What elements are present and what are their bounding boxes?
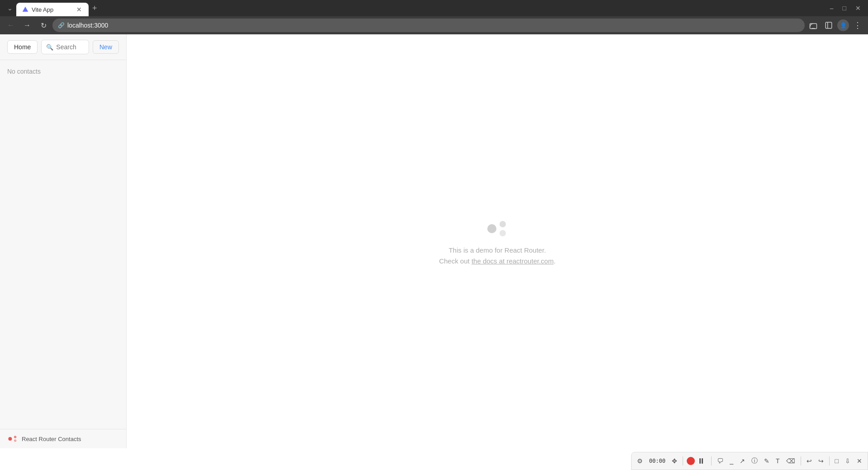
demo-line2-prefix: Check out: [439, 257, 472, 265]
profile-icon: 👤: [840, 22, 847, 28]
address-bar[interactable]: 🔗 localhost:3000: [52, 19, 805, 32]
footer-app-name: React Router Contacts: [22, 436, 81, 442]
svg-marker-0: [23, 7, 28, 12]
search-container[interactable]: 🔍: [41, 40, 89, 54]
footer-logo: [7, 435, 18, 443]
svg-point-7: [487, 224, 496, 233]
close-button[interactable]: ✕: [852, 3, 864, 14]
bottom-toolbar: ⚙ 00:00 ✥ 🗩 ⎯ ↗ ⓘ ✎ T ⌫ ↩ ↪ □ ⇩ ✕: [631, 452, 868, 470]
pencil-icon[interactable]: ✎: [762, 456, 771, 465]
svg-point-9: [500, 230, 506, 236]
tab-title: Vite App: [32, 6, 72, 13]
tab-close-button[interactable]: ✕: [75, 5, 83, 14]
back-button[interactable]: ←: [4, 18, 18, 33]
main-content: This is a demo for React Router. Check o…: [127, 34, 868, 448]
react-router-footer-logo: [7, 435, 18, 443]
divider-2: [711, 456, 712, 465]
cast-button[interactable]: [807, 19, 820, 32]
close-toolbar-button[interactable]: ✕: [855, 456, 864, 465]
home-button[interactable]: Home: [7, 40, 38, 54]
svg-point-8: [500, 221, 506, 227]
sidebar-footer: React Router Contacts: [0, 429, 126, 448]
url-display: localhost:3000: [67, 22, 799, 29]
active-tab[interactable]: Vite App ✕: [16, 3, 89, 16]
divider-4: [829, 456, 830, 465]
demo-line1: This is a demo for React Router.: [439, 245, 556, 256]
react-router-logo: [483, 216, 512, 238]
eraser-icon[interactable]: ⌫: [784, 456, 797, 465]
tab-list-icon[interactable]: ⌄: [4, 5, 16, 12]
demo-line2-suffix: .: [554, 257, 556, 265]
expand-icon[interactable]: □: [833, 456, 840, 465]
record-button[interactable]: [687, 457, 695, 465]
speech-bubble-icon[interactable]: 🗩: [715, 456, 725, 465]
window-controls: – □ ✕: [826, 3, 864, 14]
lock-icon: 🔗: [58, 22, 65, 28]
browser-toolbar: ← → ↻ 🔗 localhost:3000 👤: [0, 16, 868, 34]
svg-point-6: [14, 439, 17, 442]
svg-point-5: [14, 436, 17, 438]
sidebar-toggle[interactable]: [822, 19, 835, 32]
search-icon: 🔍: [46, 44, 53, 51]
sidebar-header: Home 🔍 New: [0, 34, 126, 60]
search-input[interactable]: [56, 43, 84, 51]
contacts-list: No contacts: [0, 60, 126, 429]
forward-button[interactable]: →: [20, 18, 34, 33]
move-icon[interactable]: ✥: [670, 456, 679, 465]
branch-icon[interactable]: ⎯: [728, 456, 735, 465]
demo-text-block: This is a demo for React Router. Check o…: [439, 245, 556, 267]
profile-button[interactable]: 👤: [837, 19, 849, 31]
demo-line2: Check out the docs at reactrouter.com.: [439, 256, 556, 267]
divider-3: [801, 456, 801, 465]
app-container: Home 🔍 New No contacts React Router Cont…: [0, 34, 868, 448]
no-contacts-label: No contacts: [7, 68, 41, 75]
pause-button[interactable]: [698, 457, 708, 465]
download-icon[interactable]: ⇩: [843, 456, 852, 465]
toolbar-right: 👤 ⋮: [807, 19, 864, 32]
undo-button[interactable]: ↩: [805, 456, 814, 465]
new-button[interactable]: New: [93, 40, 119, 54]
arrow-icon[interactable]: ↗: [738, 456, 747, 465]
minimize-button[interactable]: –: [826, 3, 837, 14]
reload-button[interactable]: ↻: [36, 18, 51, 33]
divider-1: [683, 456, 683, 465]
settings-icon[interactable]: ⚙: [635, 456, 645, 465]
redo-button[interactable]: ↪: [816, 456, 826, 465]
maximize-button[interactable]: □: [839, 3, 850, 14]
sidebar: Home 🔍 New No contacts React Router Cont…: [0, 34, 127, 448]
svg-rect-2: [826, 22, 832, 28]
docs-link[interactable]: the docs at reactrouter.com: [472, 257, 554, 265]
timer-display: 00:00: [647, 458, 667, 464]
tab-favicon: [22, 6, 29, 13]
new-tab-button[interactable]: +: [89, 4, 101, 13]
info-icon[interactable]: ⓘ: [750, 456, 760, 466]
text-icon[interactable]: T: [774, 456, 782, 465]
rr-logo-svg: [483, 216, 512, 238]
menu-button[interactable]: ⋮: [851, 19, 864, 32]
svg-point-4: [8, 437, 12, 441]
